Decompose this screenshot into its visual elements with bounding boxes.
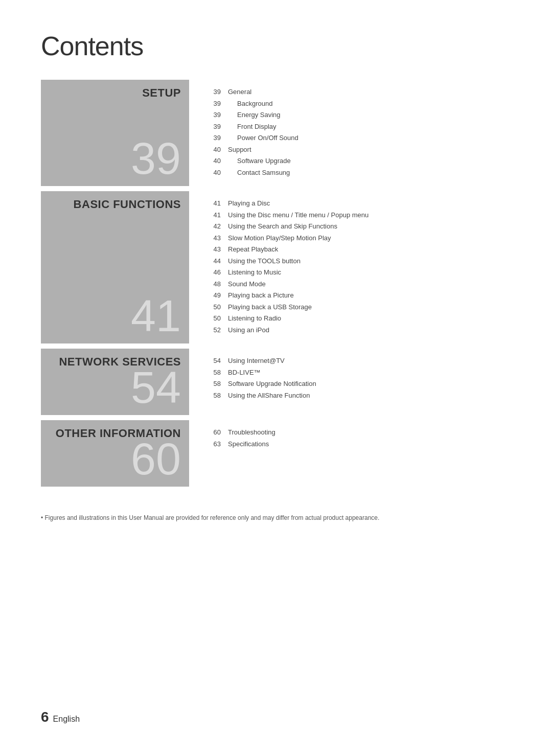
toc-page-number: 39 (204, 100, 221, 107)
section-items-network-services: 54Using Internet@TV58BD-LIVE™58Software … (189, 349, 511, 415)
toc-entry: 44Using the TOOLS button (204, 256, 511, 266)
toc-text: Using the TOOLS button (228, 256, 301, 266)
toc-text: Using Internet@TV (228, 356, 285, 366)
toc-page-number: 49 (204, 291, 221, 299)
footnote-text: • Figures and illustrations in this User… (41, 513, 511, 522)
toc-text: Troubleshooting (228, 427, 275, 438)
toc-text: Using the AllShare Function (228, 391, 310, 401)
section-row-other-information: OTHER INFORMATION6060Troubleshooting63Sp… (41, 420, 511, 487)
toc-text: Listening to Music (228, 267, 281, 278)
toc-text: Support (228, 145, 251, 155)
toc-entry: 43Slow Motion Play/Step Motion Play (204, 233, 511, 243)
sections-container: SETUP3939General39Background39Energy Sav… (41, 80, 511, 487)
toc-entry: 42Using the Search and Skip Functions (204, 221, 511, 232)
toc-page-number: 39 (204, 123, 221, 130)
toc-entry: 52Using an iPod (204, 325, 511, 335)
toc-page-number: 50 (204, 314, 221, 322)
toc-page-number: 63 (204, 440, 221, 448)
section-row-basic-functions: BASIC FUNCTIONS4141Playing a Disc41Using… (41, 191, 511, 343)
toc-entry: 39General (204, 87, 511, 97)
toc-entry: 43Repeat Playback (204, 244, 511, 255)
toc-entry: 40Software Upgrade (204, 156, 511, 166)
footnote-row: • Figures and illustrations in this User… (41, 505, 511, 522)
section-label-setup: SETUP (142, 87, 181, 99)
section-number-network-services: 54 (131, 365, 181, 410)
toc-page-number: 43 (204, 234, 221, 242)
toc-page-number: 40 (204, 157, 221, 165)
section-label-basic-functions: BASIC FUNCTIONS (74, 198, 181, 211)
section-items-other-information: 60Troubleshooting63Specifications (189, 420, 511, 487)
toc-text: Playing a Disc (228, 198, 270, 209)
toc-text: Specifications (228, 439, 269, 449)
toc-text: Power On/Off Sound (228, 133, 298, 143)
toc-entry: 39Background (204, 99, 511, 109)
toc-entry: 50Listening to Radio (204, 313, 511, 324)
section-box-setup: SETUP39 (41, 80, 189, 186)
toc-page-number: 60 (204, 428, 221, 436)
toc-page-number: 41 (204, 211, 221, 219)
toc-entry: 39Energy Saving (204, 110, 511, 120)
toc-page-number: 39 (204, 111, 221, 119)
toc-entry: 40Support (204, 145, 511, 155)
section-number-basic-functions: 41 (131, 293, 181, 338)
page-container: Contents SETUP3939General39Background39E… (0, 0, 552, 563)
toc-text: Energy Saving (228, 110, 281, 120)
toc-text: BD-LIVE™ (228, 368, 261, 378)
toc-text: Using the Search and Skip Functions (228, 221, 337, 232)
toc-page-number: 48 (204, 280, 221, 288)
toc-text: Front Display (228, 122, 277, 132)
toc-entry: 58Using the AllShare Function (204, 391, 511, 401)
toc-text: Playing back a Picture (228, 290, 294, 301)
section-items-setup: 39General39Background39Energy Saving39Fr… (189, 80, 511, 186)
toc-text: Software Upgrade Notification (228, 379, 316, 389)
toc-text: Repeat Playback (228, 244, 278, 255)
toc-text: Slow Motion Play/Step Motion Play (228, 233, 331, 243)
section-box-network-services: NETWORK SERVICES54 (41, 349, 189, 415)
toc-page-number: 44 (204, 257, 221, 265)
toc-entry: 58BD-LIVE™ (204, 368, 511, 378)
section-box-other-information: OTHER INFORMATION60 (41, 420, 189, 487)
toc-page-number: 50 (204, 303, 221, 311)
toc-entry: 41Using the Disc menu / Title menu / Pop… (204, 210, 511, 220)
toc-text: Background (228, 99, 272, 109)
toc-page-number: 40 (204, 146, 221, 153)
toc-text: Playing back a USB Storage (228, 302, 312, 312)
page-title: Contents (41, 31, 511, 61)
toc-text: Using an iPod (228, 325, 269, 335)
page-footer: 6 English (41, 709, 80, 725)
toc-entry: 58Software Upgrade Notification (204, 379, 511, 389)
section-row-setup: SETUP3939General39Background39Energy Sav… (41, 80, 511, 186)
toc-entry: 49Playing back a Picture (204, 290, 511, 301)
toc-page-number: 46 (204, 268, 221, 276)
toc-entry: 39Front Display (204, 122, 511, 132)
toc-text: General (228, 87, 251, 97)
toc-entry: 63Specifications (204, 439, 511, 449)
section-row-network-services: NETWORK SERVICES5454Using Internet@TV58B… (41, 349, 511, 415)
toc-page-number: 58 (204, 369, 221, 376)
toc-page-number: 43 (204, 245, 221, 253)
footer-lang: English (53, 715, 80, 724)
toc-entry: 39Power On/Off Sound (204, 133, 511, 143)
toc-page-number: 39 (204, 88, 221, 96)
toc-page-number: 54 (204, 357, 221, 364)
toc-entry: 50Playing back a USB Storage (204, 302, 511, 312)
toc-page-number: 39 (204, 134, 221, 142)
section-number-setup: 39 (131, 136, 181, 181)
toc-text: Listening to Radio (228, 313, 281, 324)
toc-page-number: 58 (204, 392, 221, 399)
toc-entry: 40Contact Samsung (204, 168, 511, 178)
toc-text: Using the Disc menu / Title menu / Popup… (228, 210, 369, 220)
toc-entry: 46Listening to Music (204, 267, 511, 278)
section-number-other-information: 60 (131, 437, 181, 482)
section-box-basic-functions: BASIC FUNCTIONS41 (41, 191, 189, 343)
toc-entry: 41Playing a Disc (204, 198, 511, 209)
toc-page-number: 41 (204, 199, 221, 207)
footer-number: 6 (41, 709, 49, 725)
toc-page-number: 42 (204, 222, 221, 230)
toc-text: Sound Mode (228, 279, 266, 289)
toc-entry: 60Troubleshooting (204, 427, 511, 438)
toc-page-number: 40 (204, 169, 221, 176)
toc-page-number: 58 (204, 380, 221, 387)
toc-entry: 48Sound Mode (204, 279, 511, 289)
toc-page-number: 52 (204, 326, 221, 334)
